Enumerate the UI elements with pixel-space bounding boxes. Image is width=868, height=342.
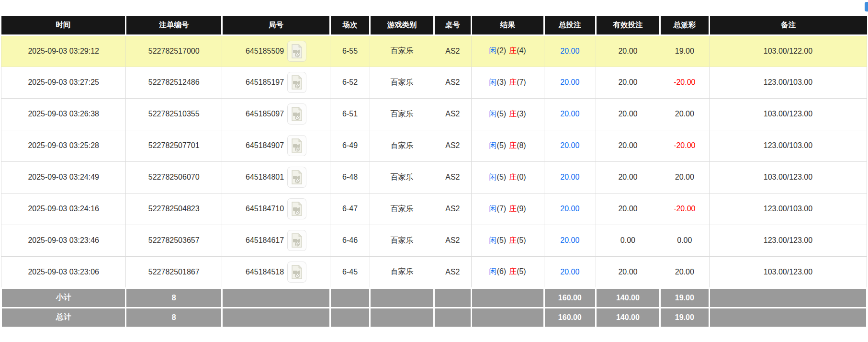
table-row: 2025-09-03 03:27:25 522782512486 6451851… [1, 67, 867, 98]
result-banker-label: 庄 [509, 267, 517, 275]
video-replay-button[interactable] [287, 230, 306, 251]
cell-table-no: AS2 [434, 161, 471, 193]
cell-time: 2025-09-03 03:26:38 [1, 98, 126, 130]
table-row: 2025-09-03 03:26:38 522782510355 6451850… [1, 98, 867, 130]
cell-valid-bet: 20.00 [596, 256, 660, 288]
cell-total-payout: 20.00 [660, 256, 709, 288]
result-player-label: 闲 [489, 173, 497, 181]
cell-total-bet[interactable]: 20.00 [544, 225, 596, 256]
cell-game-type: 百家乐 [370, 67, 434, 98]
video-file-icon [291, 138, 303, 153]
cell-session: 6-55 [330, 35, 370, 67]
cell-total-payout: 20.00 [660, 98, 709, 130]
cell-remark: 123.00/103.00 [709, 130, 867, 161]
result-banker-score: (0) [517, 173, 526, 181]
cell-round-id: 645185097 [222, 98, 330, 130]
result-player-label: 闲 [489, 267, 497, 275]
cell-total-bet[interactable]: 20.00 [544, 256, 596, 288]
table-row: 2025-09-03 03:24:16 522782504823 6451847… [1, 193, 867, 225]
column-header-game_type: 游戏类别 [370, 16, 434, 35]
cell-total-bet[interactable]: 20.00 [544, 130, 596, 161]
cell-remark: 123.00/103.00 [709, 67, 867, 98]
table-header: 时间注单编号局号场次游戏类别桌号结果总投注有效投注总派彩备注 [1, 16, 867, 35]
summary-total-bet: 160.00 [544, 288, 596, 308]
cell-time: 2025-09-03 03:29:12 [1, 35, 126, 67]
column-header-time: 时间 [1, 16, 126, 35]
cell-bet-id: 522782517000 [126, 35, 222, 67]
cell-remark: 123.00/123.00 [709, 225, 867, 256]
cell-time: 2025-09-03 03:23:06 [1, 256, 126, 288]
result-banker-score: (5) [517, 236, 526, 244]
cell-result: 闲(5)庄(5) [471, 225, 544, 256]
column-header-session: 场次 [330, 16, 370, 35]
result-player-score: (5) [497, 173, 507, 181]
cell-valid-bet: 20.00 [596, 67, 660, 98]
video-replay-button[interactable] [287, 262, 306, 283]
cell-round-id: 645184801 [222, 161, 330, 193]
clipped-ui-fragment [865, 2, 868, 11]
cell-total-bet[interactable]: 20.00 [544, 98, 596, 130]
video-replay-button[interactable] [287, 135, 306, 156]
column-header-table_no: 桌号 [434, 16, 471, 35]
cell-result: 闲(5)庄(3) [471, 98, 544, 130]
video-replay-button[interactable] [287, 167, 306, 188]
column-header-total_payout: 总派彩 [660, 16, 709, 35]
cell-remark: 123.00/103.00 [709, 193, 867, 225]
column-header-total_bet: 总投注 [544, 16, 596, 35]
result-banker-label: 庄 [509, 236, 517, 244]
result-banker-label: 庄 [509, 78, 517, 86]
video-replay-button[interactable] [287, 72, 306, 93]
cell-valid-bet: 20.00 [596, 161, 660, 193]
cell-remark: 103.00/123.00 [709, 256, 867, 288]
video-replay-button[interactable] [287, 103, 306, 125]
cell-bet-id: 522782507701 [126, 130, 222, 161]
result-banker-label: 庄 [509, 46, 517, 55]
round-id-value: 645185097 [246, 110, 284, 118]
cell-session: 6-47 [330, 193, 370, 225]
cell-time: 2025-09-03 03:27:25 [1, 67, 126, 98]
result-player-score: (6) [497, 267, 507, 275]
summary-empty-cell [471, 288, 544, 308]
result-player-score: (5) [497, 141, 507, 149]
cell-time: 2025-09-03 03:25:28 [1, 130, 126, 161]
cell-total-bet[interactable]: 20.00 [544, 35, 596, 67]
column-header-round_id: 局号 [222, 16, 330, 35]
video-file-icon [291, 265, 303, 279]
summary-empty-cell [709, 308, 867, 327]
video-replay-button[interactable] [287, 41, 306, 62]
video-replay-button[interactable] [287, 198, 306, 219]
cell-total-bet[interactable]: 20.00 [544, 193, 596, 225]
result-player-label: 闲 [489, 205, 497, 213]
summary-empty-cell [709, 288, 867, 308]
summary-count: 8 [126, 288, 222, 308]
result-banker-score: (7) [517, 78, 526, 86]
result-banker-label: 庄 [509, 110, 517, 118]
cell-time: 2025-09-03 03:24:16 [1, 193, 126, 225]
result-player-label: 闲 [489, 141, 497, 149]
cell-round-id: 645184710 [222, 193, 330, 225]
cell-table-no: AS2 [434, 256, 471, 288]
round-id-value: 645185509 [246, 47, 284, 56]
summary-valid-bet: 140.00 [596, 288, 660, 308]
cell-round-id: 645185509 [222, 35, 330, 67]
summary-empty-cell [222, 308, 330, 327]
summary-label: 小计 [1, 288, 126, 308]
cell-total-payout: 0.00 [660, 225, 709, 256]
round-id-value: 645184801 [246, 173, 284, 182]
column-header-remark: 备注 [709, 16, 867, 35]
result-banker-score: (4) [517, 46, 526, 55]
cell-game-type: 百家乐 [370, 98, 434, 130]
result-player-score: (5) [497, 110, 507, 118]
cell-total-bet[interactable]: 20.00 [544, 67, 596, 98]
result-player-score: (5) [497, 236, 507, 244]
result-banker-score: (9) [517, 205, 526, 213]
cell-bet-id: 522782501867 [126, 256, 222, 288]
round-id-value: 645184710 [246, 205, 284, 213]
summary-empty-cell [434, 308, 471, 327]
summary-empty-cell [330, 288, 370, 308]
cell-total-bet[interactable]: 20.00 [544, 161, 596, 193]
cell-game-type: 百家乐 [370, 130, 434, 161]
result-banker-score: (5) [517, 267, 526, 275]
summary-empty-cell [370, 308, 434, 327]
summary-empty-cell [434, 288, 471, 308]
